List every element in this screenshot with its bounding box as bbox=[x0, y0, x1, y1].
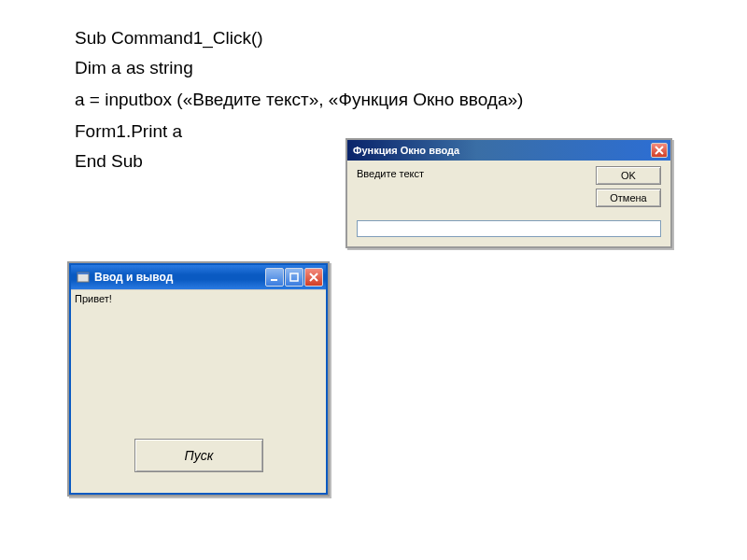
code-line-5: End Sub bbox=[75, 151, 143, 172]
inputbox-titlebar[interactable]: Функция Окно ввода bbox=[347, 140, 670, 161]
maximize-icon[interactable] bbox=[285, 268, 303, 287]
run-button[interactable]: Пуск bbox=[134, 439, 263, 472]
svg-rect-1 bbox=[78, 273, 89, 274]
code-line-2: Dim a as string bbox=[75, 58, 193, 78]
inputbox-prompt: Введите текст bbox=[357, 168, 424, 179]
code-line-4: Form1.Print a bbox=[75, 121, 182, 142]
close-icon[interactable] bbox=[304, 268, 323, 287]
form-window: Ввод и вывод Привет! Пуск bbox=[67, 261, 330, 497]
form-body: Привет! Пуск bbox=[71, 289, 326, 493]
form-title: Ввод и вывод bbox=[94, 271, 173, 284]
svg-rect-3 bbox=[290, 273, 298, 281]
form-titlebar[interactable]: Ввод и вывод bbox=[71, 265, 326, 289]
inputbox-input[interactable] bbox=[357, 220, 661, 237]
form-icon bbox=[77, 271, 90, 284]
ok-button[interactable]: OK bbox=[596, 166, 661, 185]
code-line-1: Sub Command1_Click() bbox=[75, 28, 263, 49]
minimize-icon[interactable] bbox=[265, 268, 284, 287]
cancel-button[interactable]: Отмена bbox=[596, 189, 661, 207]
close-icon[interactable] bbox=[651, 143, 668, 158]
code-line-3: a = inputbox («Введите текст», «Функция … bbox=[75, 90, 523, 110]
inputbox-dialog: Функция Окно ввода Введите текст OK Отме… bbox=[345, 138, 672, 248]
form-output-text: Привет! bbox=[75, 293, 112, 304]
inputbox-body: Введите текст OK Отмена bbox=[347, 161, 670, 246]
inputbox-title: Функция Окно ввода bbox=[353, 145, 459, 156]
svg-rect-2 bbox=[271, 279, 277, 281]
window-controls bbox=[265, 268, 323, 287]
